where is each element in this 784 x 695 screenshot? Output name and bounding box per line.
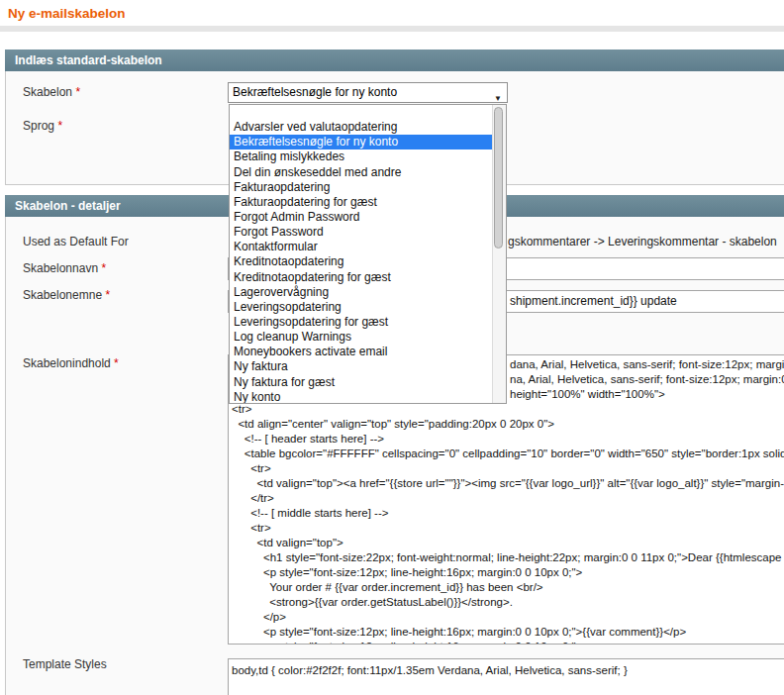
template-styles-value: body,td { color:#2f2f2f; font:11px/1.35e… — [232, 663, 784, 678]
dropdown-option[interactable]: Log cleanup Warnings — [230, 330, 506, 345]
used-default-value: gskommentarer -> Leveringskommentar - sk… — [508, 235, 777, 248]
page-title: Ny e-mailskabelon — [8, 6, 126, 21]
template-subject-value: shipment.increment_id}} update — [510, 294, 677, 308]
dropdown-option[interactable]: Fakturaopdatering — [230, 180, 506, 195]
required-asterisk: * — [105, 288, 110, 302]
dropdown-option[interactable]: Ny faktura for gæst — [230, 375, 506, 390]
code-line: <tr> — [232, 461, 784, 476]
dropdown-option[interactable]: Advarsler ved valutaopdatering — [230, 120, 506, 135]
dropdown-option[interactable]: Moneybookers activate email — [230, 345, 506, 359]
required-asterisk: * — [57, 119, 62, 133]
dropdown-option[interactable]: Leveringsopdatering — [230, 300, 506, 315]
code-line: <tr> — [232, 521, 784, 536]
dropdown-option[interactable]: Bekræftelsesnøgle for ny konto — [230, 135, 506, 149]
template-select-dropdown[interactable]: Advarsler ved valutaopdateringBekræftels… — [229, 104, 507, 404]
dropdown-option[interactable]: Kreditnotaopdatering for gæst — [230, 270, 506, 285]
sprog-label: Sprog * — [23, 119, 62, 133]
code-line: </p> — [232, 610, 784, 625]
dropdown-option[interactable]: Kreditnotaopdatering — [230, 254, 506, 269]
required-asterisk: * — [75, 85, 80, 99]
dropdown-option[interactable]: Ny faktura — [230, 359, 506, 374]
code-line: <p style="font-size:12px; line-height:16… — [232, 565, 784, 580]
title-divider — [0, 26, 784, 32]
code-line: <strong>{{var order.getStatusLabel()}}</… — [232, 595, 784, 610]
dropdown-arrow-icon: ▼ — [494, 89, 502, 103]
dropdown-option[interactable]: Lagerovervågning — [230, 285, 506, 300]
template-select[interactable]: Bekræftelsesnøgle for ny konto ▼ — [228, 82, 508, 103]
code-line: <td valign="top"> — [232, 536, 784, 550]
code-line: <td valign="top"><a href="{{store url=""… — [232, 476, 784, 491]
dropdown-option[interactable]: Kontaktformular — [230, 240, 506, 254]
template-styles-textarea[interactable]: body,td { color:#2f2f2f; font:11px/1.35e… — [228, 658, 784, 695]
code-line: <!-- [ header starts here] --> — [232, 432, 784, 447]
code-line: Your order # {{var order.increment_id}} … — [232, 580, 784, 595]
dropdown-option[interactable] — [230, 105, 506, 120]
dropdown-option[interactable]: Ny konto — [230, 390, 506, 404]
dropdown-option[interactable]: Fakturaopdatering for gæst — [230, 195, 506, 210]
dropdown-scrollbar[interactable] — [492, 105, 506, 403]
template-select-value: Bekræftelsesnøgle for ny konto — [233, 85, 397, 99]
code-line: <tr> — [232, 402, 784, 417]
code-line: <!-- [ middle starts here] --> — [232, 506, 784, 521]
dropdown-option[interactable]: Forgot Password — [230, 225, 506, 240]
code-line: <table bgcolor="#FFFFFF" cellspacing="0"… — [232, 447, 784, 461]
code-line: </tr> — [232, 491, 784, 506]
code-line: <p style="font-size:12px; line-height:16… — [232, 625, 784, 640]
required-asterisk: * — [114, 356, 119, 370]
section-load-default-header: Indlæs standard-skabelon — [5, 50, 784, 71]
dropdown-scrollbar-thumb[interactable] — [494, 107, 503, 248]
dropdown-option[interactable]: Leveringsopdatering for gæst — [230, 315, 506, 330]
used-default-label: Used as Default For — [23, 235, 129, 248]
dropdown-option[interactable]: Forgot Admin Password — [230, 210, 506, 225]
template-content-label: Skabelonindhold * — [23, 356, 119, 370]
dropdown-option[interactable]: Betaling mislykkedes — [230, 149, 506, 164]
template-styles-label: Template Styles — [23, 657, 107, 671]
code-line: <p style="font-size:12px; line-height:16… — [232, 640, 784, 645]
page: Ny e-mailskabelon Indlæs standard-skabel… — [0, 0, 784, 695]
template-subject-label: Skabelonemne * — [23, 288, 110, 302]
code-line: <td align="center" valign="top" style="p… — [232, 417, 784, 432]
required-asterisk: * — [101, 261, 106, 275]
skabelon-label: Skabelon * — [23, 85, 80, 99]
template-name-label: Skabelonnavn * — [23, 261, 106, 275]
dropdown-option[interactable]: Del din ønskeseddel med andre — [230, 165, 506, 180]
code-line: <h1 style="font-size:22px; font-weight:n… — [232, 550, 784, 565]
